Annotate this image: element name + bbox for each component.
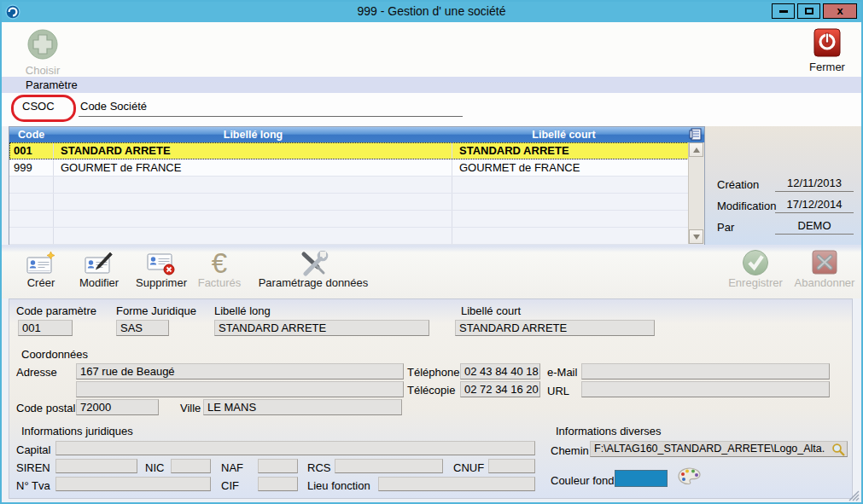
coordonnees-section-label: Coordonnées — [21, 348, 88, 361]
top-toolbar: Choisir Fermer — [2, 22, 861, 78]
table-row-empty[interactable] — [9, 177, 704, 194]
action-toolbar: Créer Modifier — [2, 245, 861, 298]
lieu-fonction-label: Lieu fonction — [307, 479, 370, 492]
forme-juridique-field[interactable]: SAS — [116, 320, 169, 336]
title-bar[interactable]: 999 - Gestion d' une société x — [2, 2, 861, 22]
telephone-field[interactable]: 02 43 84 40 18 — [460, 363, 540, 379]
palette-icon[interactable] — [677, 466, 703, 492]
choisir-button[interactable]: Choisir — [15, 28, 70, 77]
table-row[interactable]: 999 GOURMET de FRANCE GOURMET de FRANCE — [9, 159, 704, 177]
supprimer-button[interactable]: Supprimer — [130, 249, 193, 289]
rcs-field[interactable] — [335, 459, 443, 473]
enregistrer-button[interactable]: Enregistrer — [721, 249, 790, 289]
nic-label: NIC — [145, 461, 164, 474]
cnuf-field[interactable] — [488, 459, 535, 473]
choisir-label: Choisir — [15, 64, 70, 77]
adresse-label: Adresse — [16, 366, 57, 379]
window-title: 999 - Gestion d' une société — [2, 4, 861, 18]
fermer-label: Fermer — [801, 61, 854, 73]
parametrage-donnees-button[interactable]: Paramétrage données — [246, 249, 381, 289]
scroll-down-icon[interactable] — [689, 229, 703, 244]
parametrage-donnees-label: Paramétrage données — [259, 276, 369, 289]
rcs-label: RCS — [307, 461, 330, 474]
parametre-section-header: Paramètre — [2, 77, 861, 93]
cell-libelle-court: STANDARD ARRETE — [452, 142, 675, 159]
code-parametre-field[interactable]: 001 — [18, 320, 73, 336]
check-circle-icon — [721, 249, 790, 276]
abandonner-label: Abandonner — [795, 276, 855, 289]
cnuf-label: CNUF — [453, 461, 484, 474]
ville-field[interactable]: LE MANS — [203, 399, 402, 415]
informations-juridiques-section-label: Informations juridiques — [21, 425, 133, 437]
code-postal-field[interactable]: 72000 — [76, 399, 159, 415]
chemin-label: Chemin — [551, 444, 589, 457]
naf-field[interactable] — [258, 459, 298, 473]
modification-date: 17/12/2014 — [775, 198, 854, 213]
chemin-field[interactable]: F:\ALTAG160_STANDARD_ARRETE\Logo_Alta. — [590, 441, 848, 457]
euro-icon: € — [195, 249, 244, 276]
table-row-empty[interactable] — [9, 211, 704, 228]
supprimer-label: Supprimer — [136, 276, 187, 289]
telecopie-field[interactable]: 02 72 34 16 20 — [460, 381, 540, 397]
column-header-code[interactable]: Code — [9, 129, 54, 141]
cif-field[interactable] — [258, 477, 298, 491]
adresse-field[interactable]: 167 rue de Beaugé — [76, 363, 404, 379]
parametre-row: CSOC Code Société — [2, 93, 861, 126]
code-postal-label: Code postal — [16, 402, 75, 414]
creer-button[interactable]: Créer — [14, 249, 68, 289]
url-field[interactable] — [581, 381, 830, 397]
informations-diverses-section-label: Informations diverses — [556, 425, 662, 437]
societe-form: Code paramètre Forme Juridique Libellé l… — [9, 298, 853, 499]
modifier-button[interactable]: Modifier — [72, 249, 126, 289]
maximize-button[interactable] — [797, 3, 820, 19]
factures-label: Facturés — [198, 276, 242, 289]
resize-grip[interactable] — [848, 490, 860, 501]
ville-label: Ville — [180, 402, 201, 414]
siren-label: SIREN — [16, 461, 50, 474]
lieu-fonction-field[interactable] — [378, 477, 535, 491]
parametre-code-label: Code Société — [80, 100, 147, 113]
scroll-up-icon[interactable] — [689, 142, 703, 157]
nic-field[interactable] — [171, 459, 211, 473]
table-row-empty[interactable] — [9, 228, 704, 245]
red-highlight-annotation — [11, 95, 76, 122]
factures-button[interactable]: € Facturés — [195, 249, 244, 289]
tools-icon — [246, 249, 381, 276]
table-row[interactable]: 001 STANDARD ARRETE STANDARD ARRETE — [9, 142, 704, 159]
close-button[interactable]: x — [823, 3, 857, 19]
card-new-icon — [14, 249, 68, 276]
modifier-label: Modifier — [79, 276, 119, 289]
creation-label: Création — [717, 178, 759, 191]
libelle-long-field[interactable]: STANDARD ARRETE — [214, 320, 429, 336]
fermer-button[interactable]: Fermer — [801, 28, 854, 73]
vertical-scrollbar[interactable] — [688, 142, 704, 244]
telecopie-label: Télécopie — [407, 384, 455, 397]
libelle-court-field[interactable]: STANDARD ARRETE — [455, 320, 655, 336]
card-edit-icon — [72, 249, 126, 276]
email-field[interactable] — [581, 363, 830, 379]
magnifier-icon[interactable] — [831, 443, 845, 456]
parametre-section-label: Paramètre — [26, 78, 78, 91]
abandonner-button[interactable]: Abandonner — [791, 249, 858, 289]
column-header-libelle-long[interactable]: Libellé long — [54, 129, 452, 141]
minimize-button[interactable] — [772, 3, 795, 19]
creer-label: Créer — [27, 276, 55, 289]
tva-field[interactable] — [55, 477, 211, 491]
grid-icon[interactable] — [689, 128, 703, 142]
tva-label: N° Tva — [16, 479, 50, 492]
table-row-empty[interactable] — [9, 194, 704, 211]
column-header-libelle-court[interactable]: Libellé court — [452, 129, 675, 141]
cross-square-icon — [791, 249, 858, 276]
email-label: e-Mail — [547, 366, 577, 379]
modification-label: Modification — [717, 200, 776, 212]
siren-field[interactable] — [55, 459, 137, 473]
naf-label: NAF — [221, 461, 243, 474]
cell-libelle-long: STANDARD ARRETE — [54, 142, 452, 159]
adresse2-field[interactable] — [76, 381, 404, 397]
par-user: DEMO — [775, 219, 854, 235]
libelle-long-label: Libellé long — [214, 304, 271, 317]
libelle-court-label: Libellé court — [461, 304, 521, 317]
capital-field[interactable] — [55, 441, 535, 455]
couleur-fond-swatch[interactable] — [615, 470, 668, 487]
plus-circle-icon — [26, 50, 59, 63]
